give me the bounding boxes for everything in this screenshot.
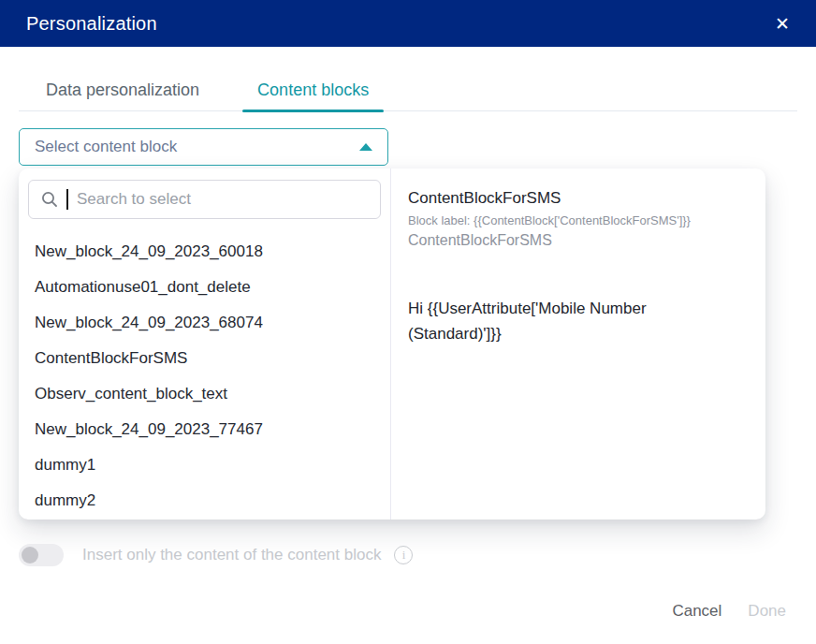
list-item[interactable]: New_block_24_09_2023_68074 — [19, 305, 390, 341]
preview-content: Hi {{UserAttribute['Mobile Number (Stand… — [408, 296, 717, 346]
done-button[interactable]: Done — [748, 602, 786, 621]
list-item[interactable]: Automationuse01_dont_delete — [19, 270, 390, 305]
list-item[interactable]: dummy1 — [19, 447, 390, 483]
text-cursor — [66, 189, 68, 210]
tab-bar: Data personalization Content blocks — [19, 70, 797, 111]
modal-footer: Cancel Done — [672, 602, 786, 621]
insert-content-toggle-row: Insert only the content of the content b… — [19, 544, 413, 566]
insert-content-toggle[interactable] — [19, 544, 64, 566]
content-block-select[interactable]: Select content block — [19, 128, 388, 166]
list-item[interactable]: New_block_24_09_2023_60018 — [19, 234, 390, 270]
preview-block-name: ContentBlockForSMS — [408, 232, 747, 249]
tab-data-personalization[interactable]: Data personalization — [31, 70, 214, 110]
search-box[interactable] — [28, 180, 381, 219]
preview-title: ContentBlockForSMS — [408, 189, 747, 208]
block-list-pane: New_block_24_09_2023_60018 Automationuse… — [19, 168, 391, 520]
personalization-modal: Personalization ✕ Data personalization C… — [0, 0, 816, 644]
cancel-button[interactable]: Cancel — [672, 602, 721, 621]
toggle-label: Insert only the content of the content b… — [82, 546, 381, 564]
tab-content-blocks[interactable]: Content blocks — [242, 70, 384, 110]
select-placeholder: Select content block — [35, 138, 177, 156]
search-input[interactable] — [77, 190, 368, 209]
toggle-knob — [22, 547, 38, 564]
search-icon — [41, 191, 58, 208]
list-item[interactable]: dummy2 — [19, 483, 390, 519]
close-icon[interactable]: ✕ — [775, 15, 790, 33]
modal-header: Personalization ✕ — [0, 0, 816, 47]
list-item[interactable]: Observ_content_block_text — [19, 376, 390, 412]
preview-block-label: Block label: {{ContentBlock['ContentBloc… — [408, 212, 747, 230]
info-icon[interactable]: i — [394, 546, 413, 564]
list-item[interactable]: ContentBlockForSMS — [19, 341, 390, 376]
block-list: New_block_24_09_2023_60018 Automationuse… — [19, 223, 390, 519]
chevron-up-icon — [359, 143, 372, 151]
list-item[interactable]: New_block_24_09_2023_77467 — [19, 412, 390, 447]
content-block-dropdown: New_block_24_09_2023_60018 Automationuse… — [19, 168, 765, 520]
block-preview-pane: ContentBlockForSMS Block label: {{Conten… — [391, 168, 765, 520]
modal-title: Personalization — [26, 13, 157, 35]
